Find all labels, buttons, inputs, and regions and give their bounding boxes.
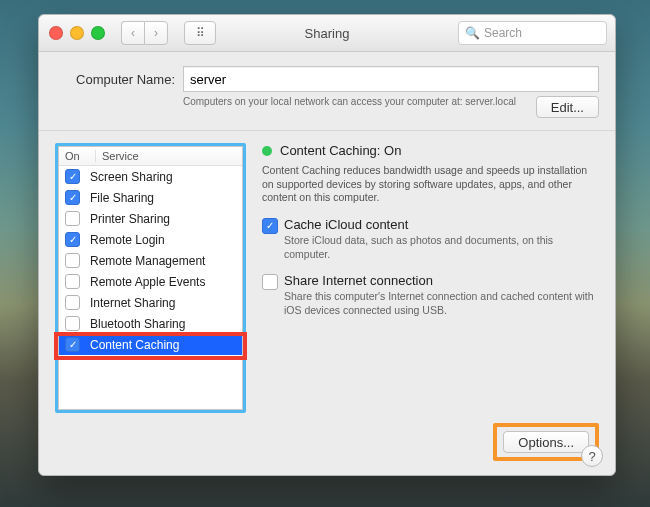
service-row[interactable]: ✓Content Caching: [59, 334, 242, 355]
options-button-wrap: Options...: [262, 423, 599, 465]
cache-icloud-checkbox[interactable]: ✓: [262, 218, 278, 234]
service-row[interactable]: Printer Sharing: [59, 208, 242, 229]
computer-name-row: Computer Name:: [55, 66, 599, 92]
search-field[interactable]: 🔍 Search: [458, 21, 607, 45]
service-checkbox[interactable]: ✓: [65, 337, 80, 352]
share-internet-title: Share Internet connection: [284, 273, 599, 288]
forward-button[interactable]: ›: [144, 21, 168, 45]
help-button[interactable]: ?: [581, 445, 603, 467]
chevron-left-icon: ‹: [131, 26, 135, 40]
back-button[interactable]: ‹: [121, 21, 144, 45]
status-text: Content Caching: On: [280, 143, 401, 158]
search-icon: 🔍: [465, 26, 480, 40]
computer-name-subrow: Computers on your local network can acce…: [55, 96, 599, 118]
status-line: Content Caching: On: [262, 143, 599, 158]
service-label: File Sharing: [90, 191, 154, 205]
nav-buttons: ‹ ›: [121, 21, 168, 45]
service-label: Remote Apple Events: [90, 275, 205, 289]
service-checkbox[interactable]: [65, 316, 80, 331]
divider: [39, 130, 615, 131]
service-label: Remote Login: [90, 233, 165, 247]
computer-name-label: Computer Name:: [55, 72, 175, 87]
cache-icloud-desc: Store iCloud data, such as photos and do…: [284, 234, 599, 261]
show-all-button[interactable]: ⠿: [184, 21, 216, 45]
service-checkbox[interactable]: ✓: [65, 190, 80, 205]
grid-icon: ⠿: [196, 26, 205, 40]
zoom-window-button[interactable]: [91, 26, 105, 40]
service-checkbox[interactable]: [65, 211, 80, 226]
service-list-container: On Service ✓Screen Sharing✓File SharingP…: [55, 143, 246, 413]
share-internet-option: Share Internet connection Share this com…: [262, 273, 599, 317]
close-window-button[interactable]: [49, 26, 63, 40]
service-label: Remote Management: [90, 254, 205, 268]
service-list-header: On Service: [59, 147, 242, 166]
cache-icloud-title: Cache iCloud content: [284, 217, 599, 232]
service-label: Bluetooth Sharing: [90, 317, 185, 331]
minimize-window-button[interactable]: [70, 26, 84, 40]
service-row[interactable]: ✓Screen Sharing: [59, 166, 242, 187]
service-row[interactable]: Internet Sharing: [59, 292, 242, 313]
titlebar: ‹ › ⠿ Sharing 🔍 Search: [39, 15, 615, 52]
service-checkbox[interactable]: [65, 295, 80, 310]
computer-name-help: Computers on your local network can acce…: [183, 96, 536, 109]
service-list[interactable]: On Service ✓Screen Sharing✓File SharingP…: [58, 146, 243, 410]
service-row[interactable]: Remote Apple Events: [59, 271, 242, 292]
service-row[interactable]: ✓Remote Login: [59, 229, 242, 250]
service-checkbox[interactable]: ✓: [65, 232, 80, 247]
window-controls: [49, 26, 105, 40]
cache-icloud-option: ✓ Cache iCloud content Store iCloud data…: [262, 217, 599, 261]
service-checkbox[interactable]: ✓: [65, 169, 80, 184]
main-row: On Service ✓Screen Sharing✓File SharingP…: [55, 143, 599, 465]
status-indicator-icon: [262, 146, 272, 156]
chevron-right-icon: ›: [154, 26, 158, 40]
service-checkbox[interactable]: [65, 253, 80, 268]
column-header-service: Service: [96, 150, 139, 162]
service-label: Screen Sharing: [90, 170, 173, 184]
share-internet-checkbox[interactable]: [262, 274, 278, 290]
options-button[interactable]: Options...: [503, 431, 589, 453]
service-detail: Content Caching: On Content Caching redu…: [262, 143, 599, 465]
service-label: Content Caching: [90, 338, 179, 352]
service-label: Internet Sharing: [90, 296, 175, 310]
service-row[interactable]: ✓File Sharing: [59, 187, 242, 208]
computer-name-input[interactable]: [183, 66, 599, 92]
share-internet-desc: Share this computer's Internet connectio…: [284, 290, 599, 317]
service-row[interactable]: Bluetooth Sharing: [59, 313, 242, 334]
service-label: Printer Sharing: [90, 212, 170, 226]
service-row[interactable]: Remote Management: [59, 250, 242, 271]
column-header-on: On: [59, 150, 96, 162]
service-checkbox[interactable]: [65, 274, 80, 289]
search-placeholder: Search: [484, 26, 522, 40]
service-description: Content Caching reduces bandwidth usage …: [262, 164, 599, 205]
desktop-background: ‹ › ⠿ Sharing 🔍 Search Computer Name: Co…: [0, 0, 650, 507]
content-area: Computer Name: Computers on your local n…: [39, 52, 615, 475]
help-icon: ?: [588, 449, 595, 464]
sharing-preferences-window: ‹ › ⠿ Sharing 🔍 Search Computer Name: Co…: [38, 14, 616, 476]
edit-computer-name-button[interactable]: Edit...: [536, 96, 599, 118]
